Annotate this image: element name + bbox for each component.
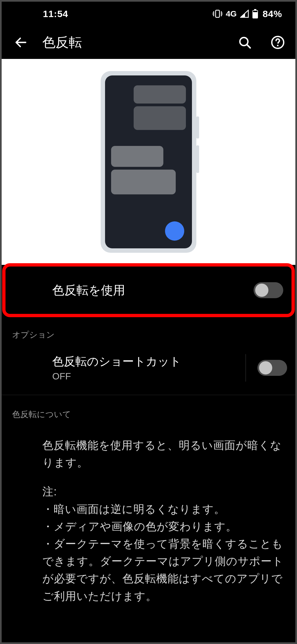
use-color-inversion-label: 色反転を使用 [52, 282, 254, 298]
battery-percent: 84% [263, 9, 282, 19]
vibrate-icon [213, 10, 222, 18]
about-paragraph: 色反転機能を使用すると、明るい画面が暗くなります。 [42, 437, 284, 471]
about-bullet-2: ・メディアや画像の色が変わります。 [42, 518, 284, 535]
signal-icon [240, 10, 249, 18]
svg-rect-0 [216, 10, 219, 17]
about-bullet-1: ・暗い画面は逆に明るくなります。 [42, 501, 284, 518]
about-note-label: 注: [42, 483, 284, 500]
shortcut-title: 色反転のショートカット [52, 354, 234, 369]
row-divider [246, 354, 246, 382]
shortcut-row[interactable]: 色反転のショートカット OFF [2, 341, 295, 395]
svg-rect-7 [253, 11, 257, 12]
battery-icon [252, 9, 258, 18]
use-color-inversion-row[interactable]: 色反転を使用 [2, 263, 295, 317]
shortcut-subtitle: OFF [52, 371, 234, 382]
search-button[interactable] [235, 32, 255, 52]
app-bar: 色反転 [2, 26, 295, 59]
about-header: 色反転について [12, 409, 285, 420]
network-type-label: 4G [226, 9, 237, 18]
page-title: 色反転 [42, 34, 222, 51]
status-bar: 11:54 4G [2, 2, 295, 26]
svg-point-11 [277, 45, 279, 46]
about-bullet-3: ・ダークテーマを使って背景を暗くすることもできます。ダークテーマはアプリ側のサポ… [42, 535, 284, 605]
shortcut-toggle[interactable] [257, 360, 287, 376]
preview-illustration [2, 59, 295, 265]
back-button[interactable] [13, 34, 29, 51]
svg-line-9 [247, 45, 250, 48]
help-button[interactable] [268, 32, 288, 52]
svg-rect-5 [254, 9, 256, 10]
status-icons: 4G 84% [213, 9, 282, 19]
use-color-inversion-toggle[interactable] [254, 282, 283, 298]
phone-frame-icon [101, 71, 196, 253]
options-header: オプション [2, 317, 295, 341]
about-body: 色反転機能を使用すると、明るい画面が暗くなります。 注: ・暗い画面は逆に明るく… [2, 420, 295, 605]
status-clock: 11:54 [43, 9, 68, 19]
